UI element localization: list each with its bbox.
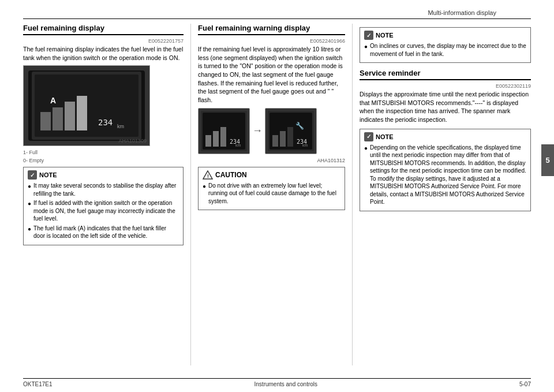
warning-gauge-left-svg: 234 km <box>201 111 247 151</box>
svg-rect-3 <box>53 107 63 130</box>
footer: OKTE17E1 Instruments and controls 5-07 <box>23 378 531 387</box>
footer-page-number: 5-07 <box>519 381 531 387</box>
svg-text:234: 234 <box>98 118 113 127</box>
right-note1-item: ● On inclines or curves, the display may… <box>364 42 526 58</box>
caution-triangle-icon: ! <box>203 170 213 180</box>
svg-rect-22 <box>287 127 293 147</box>
svg-text:km: km <box>302 143 308 147</box>
footer-doc-code: OKTE17E1 <box>23 381 53 387</box>
left-note-header: ✓ NOTE <box>28 170 179 180</box>
left-section-title: Fuel remaining display <box>23 24 184 35</box>
top-header: Multi-information display <box>23 6 531 19</box>
fuel-warning-images: 234 km → 234 <box>198 108 345 154</box>
header-title: Multi-information display <box>428 9 496 16</box>
list-item-2: 0- Empty <box>23 158 184 163</box>
mid-section-title: Fuel remaining warning display <box>198 24 345 35</box>
note2-icon: ✓ <box>364 132 373 141</box>
fuel-warning-left: 234 km <box>198 108 250 154</box>
left-ref-code: E00522201757 <box>23 38 184 44</box>
svg-rect-21 <box>280 131 286 147</box>
left-section-body: The fuel remaining display indicates the… <box>23 45 184 62</box>
svg-text:km: km <box>117 124 124 129</box>
mid-section-body: If the remaining fuel level is approxima… <box>198 45 345 104</box>
svg-text:km: km <box>235 143 241 147</box>
caution-item-1: ● Do not drive with an extremely low fue… <box>203 182 340 206</box>
svg-text:A: A <box>50 96 56 105</box>
footer-section-name: Instruments and controls <box>254 381 318 387</box>
right-note1-header: ✓ NOTE <box>364 31 526 40</box>
note-item-2: ● If fuel is added with the ignition swi… <box>28 199 179 223</box>
right-note2-header: ✓ NOTE <box>364 132 526 141</box>
caution-header: ! CAUTION <box>203 170 340 180</box>
svg-rect-14 <box>220 127 226 147</box>
note-item-3: ● The fuel lid mark (A) indicates that t… <box>28 225 179 240</box>
warning-image-label: AHA101312 <box>198 158 345 163</box>
gauge-image-label: AHA101309 <box>118 138 147 144</box>
page-number-tab: 5 <box>541 144 554 176</box>
svg-rect-12 <box>205 135 211 147</box>
warning-gauge-right-svg: 234 km 🔧 <box>268 111 314 151</box>
mid-ref-code: E00522401966 <box>198 38 345 44</box>
list-item-1: 1- Full <box>23 150 184 155</box>
svg-rect-4 <box>65 102 75 130</box>
main-content: Fuel remaining display E00522201757 The … <box>23 19 531 365</box>
page-container: Multi-information display Fuel remaining… <box>0 0 554 392</box>
note1-icon: ✓ <box>364 31 373 40</box>
right-ref-code: E00522302119 <box>360 83 531 89</box>
svg-text:!: ! <box>207 173 209 179</box>
right-note2-item: ● Depending on the vehicle specification… <box>364 144 526 206</box>
note-item-1: ● It may take several seconds to stabili… <box>28 182 179 197</box>
svg-rect-13 <box>213 131 219 147</box>
gauge-inner: A 234 km <box>28 70 145 141</box>
svg-rect-20 <box>272 135 278 147</box>
caution-box: ! CAUTION ● Do not drive with an extreme… <box>198 167 345 211</box>
svg-rect-5 <box>77 96 87 130</box>
fuel-warning-right: 234 km 🔧 <box>265 108 317 154</box>
right-section-title: Service reminder <box>360 69 531 80</box>
left-note-box: ✓ NOTE ● It may take several seconds to … <box>23 167 184 245</box>
mid-column: Fuel remaining warning display E00522401… <box>190 24 352 365</box>
right-note2-box: ✓ NOTE ● Depending on the vehicle specif… <box>360 129 531 211</box>
right-section-body: Displays the approximate time until the … <box>360 90 531 124</box>
left-column: Fuel remaining display E00522201757 The … <box>23 24 190 365</box>
gauge-svg: A 234 km <box>32 72 141 140</box>
note-icon: ✓ <box>28 170 37 180</box>
right-note1-box: ✓ NOTE ● On inclines or curves, the disp… <box>360 27 531 63</box>
right-column: ✓ NOTE ● On inclines or curves, the disp… <box>352 24 531 365</box>
svg-rect-2 <box>40 112 51 130</box>
arrow-symbol: → <box>252 125 263 137</box>
svg-text:🔧: 🔧 <box>295 121 304 130</box>
fuel-gauge-image: A 234 km AHA101309 <box>23 65 150 146</box>
